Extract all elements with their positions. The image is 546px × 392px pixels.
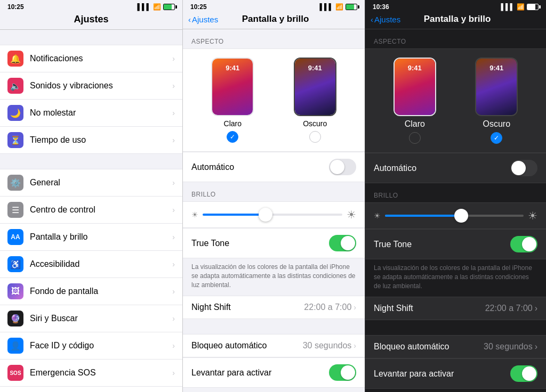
automatico-label-light: Automático [191,162,234,172]
emergencia-icon: SOS [7,365,23,381]
claro-thumb-dark: 9:41 [394,58,436,116]
wifi-icon-1: 📶 [153,3,161,11]
claro-option-dark[interactable]: 9:41 Claro [394,58,436,144]
settings-group-2: ⚙️ General › ☰ Centro de control › AA Pa… [0,169,182,392]
settings-item-accesibilidad[interactable]: ♿ Accesibilidad › [0,251,182,278]
settings-group-1: 🔔 Notificaciones › 🔈 Sonidos y vibracion… [0,45,182,154]
display-nav-bar-dark: ‹ Ajustes Pantalla y brillo [365,12,546,29]
claro-label-dark: Claro [405,119,425,129]
true-tone-toggle-light[interactable] [329,235,356,251]
oscuro-label: Oscuro [303,119,327,128]
centro-control-label: Centro de control [30,205,172,215]
claro-option[interactable]: 9:41 Claro [211,58,254,143]
settings-item-face-id[interactable]: 👤 Face ID y código › [0,332,182,360]
wifi-icon-2: 📶 [335,3,343,11]
levantar-toggle-dark[interactable] [510,365,537,382]
bloqueo-label-light: Bloqueo automático [191,341,267,350]
status-bar-1: 10:25 ▌▌▌ 📶 [0,0,182,12]
night-shift-row-light[interactable]: Night Shift 22:00 a 7:00 › [183,296,365,319]
brightness-slider-dark[interactable] [385,215,524,217]
display-content-light: ASPECTO 9:41 Claro 9:41 Oscuro Automáti [183,29,365,392]
bloqueo-chevron-dark: › [535,342,537,352]
back-button-dark[interactable]: ‹ Ajustes [371,15,400,24]
appearance-row-light: 9:41 Claro 9:41 Oscuro [183,48,365,152]
face-id-label: Face ID y código [30,341,172,350]
chevron-icon: › [172,178,175,187]
emergencia-label: Emergencia SOS [30,368,172,378]
claro-time-dark: 9:41 [408,64,422,72]
oscuro-time: 9:41 [308,64,322,72]
back-chevron-icon-dark: ‹ [371,15,373,24]
pantalla-brillo-label: Pantalla y brillo [30,232,172,242]
claro-radio-dark[interactable] [409,132,421,144]
status-icons-2: ▌▌▌ 📶 [319,3,357,11]
signal-icon-3: ▌▌▌ [501,3,515,11]
automatico-knob-dark [511,161,526,175]
levantar-knob-dark [522,366,536,381]
settings-nav-bar: Ajustes [0,12,182,30]
display-title-light: Pantalla y brillo [218,14,333,24]
settings-item-no-molestar[interactable]: 🌙 No molestar › [0,100,182,127]
time-label-3: 10:36 [373,3,389,11]
bloqueo-row-light[interactable]: Bloqueo automático 30 segundos › [183,334,365,357]
night-shift-row-dark[interactable]: Night Shift 22:00 a 7:00 › [365,297,546,320]
slider-thumb-dark[interactable] [454,209,468,223]
back-label-dark: Ajustes [374,15,400,24]
settings-item-siri[interactable]: 🔮 Siri y Buscar › [0,305,182,332]
aspect-label-dark: ASPECTO [365,29,546,48]
accesibilidad-icon: ♿ [7,256,23,272]
automatico-toggle-dark[interactable] [510,160,537,176]
oscuro-option-dark[interactable]: 9:41 Oscuro [475,58,518,144]
true-tone-toggle-dark[interactable] [510,236,537,252]
siri-icon: 🔮 [7,311,23,326]
true-tone-desc-dark: La visualización de los colores de la pa… [365,259,546,297]
settings-item-emergencia[interactable]: SOS Emergencia SOS › [0,360,182,387]
general-label: General [30,178,172,187]
oscuro-option[interactable]: 9:41 Oscuro [294,58,336,143]
oscuro-radio[interactable] [309,131,321,143]
settings-item-centro-control[interactable]: ☰ Centro de control › [0,197,182,224]
automatico-toggle-row-light: Automático [183,152,365,182]
notificaciones-icon: 🔔 [7,51,23,67]
battery-icon-3 [527,4,539,10]
no-molestar-icon: 🌙 [7,105,23,121]
claro-radio[interactable] [227,131,238,143]
brightness-slider-light[interactable] [203,214,342,216]
brillo-row-light: ☀ ☀ [191,208,356,221]
night-shift-label-light: Night Shift [191,303,231,312]
settings-item-sonidos[interactable]: 🔈 Sonidos y vibraciones › [0,72,182,100]
appearance-row-dark: 9:41 Claro 9:41 Oscuro [365,48,546,153]
tiempo-uso-label: Tiempo de uso [30,135,172,145]
chevron-icon: › [172,287,175,296]
levantar-toggle-light[interactable] [329,364,356,381]
settings-title: Ajustes [74,14,108,24]
settings-item-general[interactable]: ⚙️ General › [0,169,182,197]
claro-thumb: 9:41 [211,58,254,116]
settings-item-bateria[interactable]: 🔋 Batería › [0,387,182,392]
settings-item-pantalla-brillo[interactable]: AA Pantalla y brillo › [0,224,182,251]
chevron-icon: › [172,109,175,117]
true-tone-desc-light: La visualización de los colores de la pa… [183,258,365,296]
settings-item-notificaciones[interactable]: 🔔 Notificaciones › [0,45,182,72]
oscuro-radio-dark[interactable] [491,132,502,144]
notificaciones-label: Notificaciones [30,54,172,63]
true-tone-knob-dark [522,237,536,251]
slider-thumb-light[interactable] [259,208,272,222]
bloqueo-chevron-light: › [354,341,356,350]
slider-fill-dark [385,215,461,217]
night-shift-label-dark: Night Shift [374,304,413,313]
settings-item-tiempo-uso[interactable]: ⏳ Tiempo de uso › [0,127,182,154]
back-button-light[interactable]: ‹ Ajustes [188,15,218,24]
night-shift-chevron-light: › [354,303,356,312]
automatico-toggle-light[interactable] [329,159,356,175]
brillo-label-dark: BRILLO [365,183,546,202]
bloqueo-row-dark[interactable]: Bloqueo automático 30 segundos › [365,335,546,358]
status-bar-2: 10:25 ▌▌▌ 📶 [183,0,365,12]
levantar-toggle-row-dark: Levantar para activar [365,358,546,389]
chevron-icon: › [172,81,175,90]
status-bar-3: 10:36 ▌▌▌ 📶 [365,0,546,12]
true-tone-toggle-row-light: True Tone [183,228,365,258]
bloqueo-value-light: 30 segundos › [303,341,356,350]
no-molestar-label: No molestar [30,108,172,118]
settings-item-fondo-pantalla[interactable]: 🖼 Fondo de pantalla › [0,278,182,305]
